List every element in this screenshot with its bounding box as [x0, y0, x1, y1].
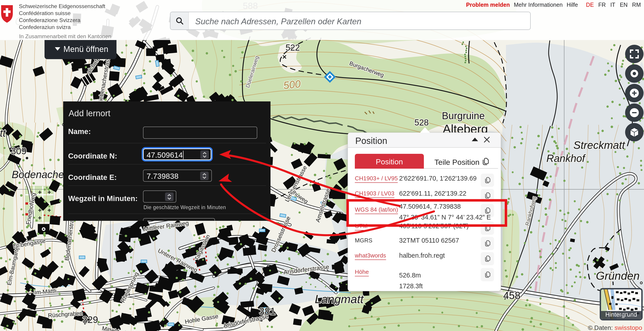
svg-text:Gründen: Gründen	[596, 270, 640, 282]
svg-text:309: 309	[11, 146, 26, 156]
svg-text:Bodenacher: Bodenacher	[12, 169, 68, 180]
svg-text:522: 522	[286, 43, 300, 52]
svg-text:458: 458	[503, 290, 520, 301]
svg-text:Burgruine: Burgruine	[442, 110, 485, 121]
svg-text:Langmatt: Langmatt	[315, 292, 364, 306]
svg-text:Streckmatt: Streckmatt	[574, 139, 625, 151]
svg-text:att: att	[0, 127, 6, 139]
svg-text:329: 329	[82, 314, 98, 325]
svg-text:Rankhof: Rankhof	[546, 152, 586, 164]
svg-text:528: 528	[414, 118, 428, 127]
svg-text:500: 500	[283, 78, 301, 91]
